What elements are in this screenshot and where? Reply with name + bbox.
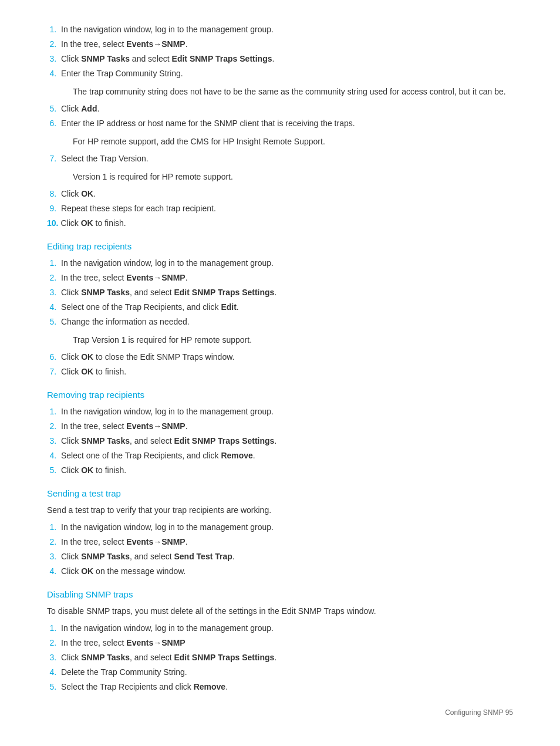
sending-steps-list: In the navigation window, log in to the …: [59, 521, 513, 578]
disable-step-5: Select the Trap Recipients and click Rem…: [59, 681, 513, 693]
edit-step-4: Select one of the Trap Recipients, and c…: [59, 301, 513, 313]
edit-step-2: In the tree, select Events→SNMP.: [59, 272, 513, 284]
disable-step-4: Delete the Trap Community String.: [59, 666, 513, 679]
footer: Configuring SNMP 95: [445, 708, 513, 717]
editing-trap-recipients-heading: Editing trap recipients: [47, 241, 513, 251]
editing-steps-list: In the navigation window, log in to the …: [59, 257, 513, 328]
disable-step-3: Click SNMP Tasks, and select Edit SNMP T…: [59, 652, 513, 664]
step-5: Click Add.: [59, 103, 513, 115]
edit-step-1: In the navigation window, log in to the …: [59, 257, 513, 269]
step-3: Click SNMP Tasks and select Edit SNMP Tr…: [59, 53, 513, 65]
send-step-3: Click SNMP Tasks, and select Send Test T…: [59, 551, 513, 563]
disabling-steps-list: In the navigation window, log in to the …: [59, 622, 513, 693]
edit-step-6: Click OK to close the Edit SNMP Traps wi…: [59, 351, 513, 363]
step-8: Click OK.: [59, 188, 513, 200]
send-step-1: In the navigation window, log in to the …: [59, 521, 513, 534]
disabling-snmp-traps-heading: Disabling SNMP traps: [47, 589, 513, 599]
step-6-note: For HP remote support, add the CMS for H…: [73, 136, 513, 148]
removing-trap-recipients-heading: Removing trap recipients: [47, 390, 513, 400]
initial-steps-list-4: Click OK. Repeat these steps for each tr…: [59, 188, 513, 229]
remove-step-4: Select one of the Trap Recipients, and c…: [59, 450, 513, 462]
send-step-2: In the tree, select Events→SNMP.: [59, 536, 513, 548]
disable-step-1: In the navigation window, log in to the …: [59, 622, 513, 634]
removing-steps-list: In the navigation window, log in to the …: [59, 406, 513, 477]
sending-test-trap-heading: Sending a test trap: [47, 488, 513, 498]
remove-step-1: In the navigation window, log in to the …: [59, 406, 513, 418]
edit-step-3: Click SNMP Tasks, and select Edit SNMP T…: [59, 286, 513, 299]
step-6: Enter the IP address or host name for th…: [59, 117, 513, 130]
step-4-note: The trap community string does not have …: [73, 86, 513, 98]
page-content: In the navigation window, log in to the …: [0, 0, 560, 734]
edit-step-5-note: Trap Version 1 is required for HP remote…: [73, 334, 513, 346]
step-1: In the navigation window, log in to the …: [59, 23, 513, 36]
step-9: Repeat these steps for each trap recipie…: [59, 202, 513, 215]
step-2: In the tree, select Events→SNMP.: [59, 38, 513, 50]
remove-step-3: Click SNMP Tasks, and select Edit SNMP T…: [59, 435, 513, 447]
step-7-note: Version 1 is required for HP remote supp…: [73, 171, 513, 183]
sending-intro: Send a test trap to verify that your tra…: [47, 504, 513, 517]
editing-steps-list-2: Click OK to close the Edit SNMP Traps wi…: [59, 351, 513, 378]
step-7: Select the Trap Version.: [59, 153, 513, 165]
initial-steps-list-2: Click Add. Enter the IP address or host …: [59, 103, 513, 130]
disable-step-2: In the tree, select Events→SNMP: [59, 637, 513, 649]
edit-step-7: Click OK to finish.: [59, 366, 513, 378]
page-number: 95: [505, 708, 513, 717]
send-step-4: Click OK on the message window.: [59, 565, 513, 578]
remove-step-5: Click OK to finish.: [59, 464, 513, 477]
initial-steps-list: In the navigation window, log in to the …: [59, 23, 513, 80]
step-4: Enter the Trap Community String.: [59, 67, 513, 80]
step-10: 10.Click OK to finish.: [47, 217, 513, 229]
disabling-intro: To disable SNMP traps, you must delete a…: [47, 605, 513, 617]
initial-steps-list-3: Select the Trap Version.: [59, 153, 513, 165]
footer-text: Configuring SNMP: [445, 708, 505, 717]
edit-step-5: Change the information as needed.: [59, 316, 513, 328]
remove-step-2: In the tree, select Events→SNMP.: [59, 420, 513, 433]
